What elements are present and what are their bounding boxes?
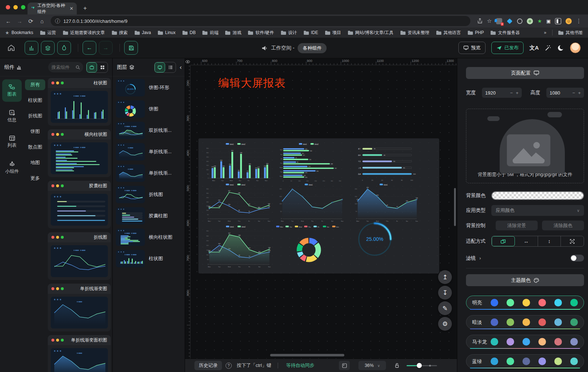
slider-knob[interactable] [417, 363, 422, 368]
component-card[interactable]: 柱状图 [48, 78, 111, 126]
search-field[interactable] [51, 65, 74, 70]
thumbnail-view-toggle[interactable] [155, 62, 165, 72]
browser-tab[interactable]: 工作空间-各种组件 ✕ [28, 3, 77, 14]
decrease-icon[interactable]: − [510, 90, 513, 96]
bookmark-folder[interactable]: 网站/博客/文章/工具 [348, 30, 394, 36]
extension-icon[interactable]: ★ [537, 18, 542, 24]
theme-row-1[interactable]: 暗淡 [466, 315, 584, 329]
layer-item[interactable]: 25.00%饼图-环形 [116, 79, 183, 97]
category-item-2[interactable]: 折线图 [25, 110, 45, 121]
layer-item[interactable]: 胶囊柱图 [116, 207, 183, 225]
layer-item[interactable]: 双折线渐... [116, 121, 183, 139]
bookmarks-manager[interactable]: ★Bookmarks [5, 30, 33, 35]
layer-item[interactable]: 横向柱状图 [116, 228, 183, 246]
layer-item[interactable]: 饼图 [116, 100, 183, 118]
bookmark-folder[interactable]: PHP [468, 30, 484, 36]
grid-view-toggle[interactable] [97, 62, 108, 72]
extension-icon[interactable] [527, 18, 533, 24]
bookmark-folder[interactable]: 资讯未整理 [400, 30, 429, 36]
canvas-area[interactable]: 6007008009001000110012001300 20030040050… [185, 58, 457, 372]
bookmark-folder[interactable]: 游戏 [225, 30, 241, 36]
bookmark-folder[interactable]: 前端 [202, 30, 218, 36]
theme-row-2[interactable]: 马卡龙 [466, 335, 584, 349]
category-item-4[interactable]: 散点图 [25, 142, 45, 152]
screen-settings-button[interactable]: ⚙ [438, 317, 452, 331]
window-close-button[interactable] [6, 5, 10, 9]
collapse-panel-icon[interactable]: ‹ [180, 64, 182, 71]
category-item-0[interactable]: 所有 [25, 79, 45, 90]
bookmark-folder[interactable]: Java [135, 30, 151, 36]
address-bar[interactable]: i 127.0.0.1:3000/#/chart/home/9 [51, 16, 470, 26]
tab-search-icon[interactable] [555, 18, 561, 24]
list-view-toggle[interactable] [165, 62, 176, 72]
category-item-1[interactable]: 柱状图 [25, 95, 45, 106]
bookmark-folder[interactable]: Linux [158, 30, 176, 36]
window-minimize-button[interactable] [13, 5, 18, 9]
profile-avatar[interactable]: ☺ [566, 18, 572, 24]
increase-icon[interactable]: + [516, 90, 518, 96]
history-button[interactable]: 历史记录 [194, 361, 222, 370]
download-screen-button[interactable]: ↧ [438, 286, 452, 300]
bookmark-folder[interactable]: DB [182, 30, 196, 36]
canvas-chart-gline[interactable]: data1050100150200MonTueWedThuFriSatSun [275, 183, 346, 223]
canvas-chart-bar[interactable]: data1data2050100150200250300350120130Mon… [202, 142, 273, 183]
background-upload-dropzone[interactable]: 背景图需小于 5M ，格式为 png/jpg/gif 的文件 [466, 109, 584, 183]
bookmark-folder[interactable]: 文件服务器 [491, 30, 520, 36]
undo-button[interactable]: ← [83, 41, 96, 55]
user-avatar[interactable] [570, 42, 581, 53]
clear-background-button[interactable]: 清除背景 [496, 221, 538, 230]
history-panel-icon[interactable] [339, 361, 350, 370]
bookmarks-overflow-icon[interactable]: » [544, 30, 546, 35]
home-icon[interactable]: ⌂ [37, 16, 47, 26]
bookmark-star-icon[interactable]: ☆ [487, 18, 492, 24]
reload-icon[interactable]: ⟳ [26, 16, 35, 26]
theme-row-0[interactable]: 明亮 [466, 296, 584, 310]
other-bookmarks[interactable]: 其他书签 [558, 30, 583, 36]
fit-width-button[interactable]: ↔ [515, 236, 538, 246]
layer-item[interactable]: 单折线渐... [116, 143, 183, 161]
home-icon[interactable] [7, 44, 15, 51]
extension-icon[interactable]: 9 [496, 18, 502, 24]
preview-button[interactable]: 预览 [458, 42, 486, 54]
bookmark-folder[interactable]: 其他语言 [436, 30, 461, 36]
bookmark-folder[interactable]: IDE [304, 30, 318, 36]
theme-row-3[interactable]: 蓝绿 [466, 354, 584, 368]
extension-icon[interactable] [517, 18, 522, 24]
app-type-select[interactable]: 应用颜色∨ [491, 205, 584, 216]
search-input[interactable] [48, 62, 83, 72]
increase-icon[interactable]: + [578, 90, 581, 96]
chevron-right-icon[interactable]: › [479, 255, 481, 261]
height-stepper[interactable]: 1080−+ [546, 88, 584, 98]
page-config-header[interactable]: 页面配置 [466, 67, 584, 79]
charts-panel-toggle[interactable] [25, 41, 38, 55]
bookmark-folder[interactable]: 近期需要读的文章 [63, 30, 105, 36]
zoom-slider[interactable] [407, 365, 437, 366]
redo-button[interactable]: → [99, 41, 113, 55]
menu-kebab-icon[interactable]: ⋮ [576, 18, 581, 24]
dashboard-board[interactable]: data1data2050100150200250300350120130Mon… [198, 138, 439, 273]
forward-icon[interactable]: → [15, 16, 24, 26]
sidebar-tab-2[interactable]: 列表 [2, 131, 22, 153]
width-stepper[interactable]: 1920−+ [482, 88, 522, 98]
screen-title-text[interactable]: 编辑大屏报表 [218, 76, 286, 91]
layer-item[interactable]: 柱状图 [116, 250, 183, 268]
horizontal-scrollbar[interactable] [270, 354, 344, 356]
extension-icon[interactable] [507, 18, 513, 24]
window-zoom-button[interactable] [21, 5, 25, 9]
edit-screen-button[interactable]: ✎ [438, 301, 452, 315]
share-icon[interactable] [477, 18, 483, 24]
zoom-select[interactable]: 36% ∨ [358, 361, 386, 370]
component-card[interactable]: 折线图 [48, 232, 111, 280]
layer-item[interactable]: 折线图 [116, 185, 183, 204]
tab-close-icon[interactable]: ✕ [70, 6, 74, 11]
bookmark-folder[interactable]: 运营 [40, 30, 56, 36]
background-color-swatch[interactable] [491, 191, 584, 200]
component-card[interactable]: 单折线渐变图 [48, 284, 111, 331]
fit-stretch-button[interactable] [561, 236, 584, 246]
category-item-6[interactable]: 更多 [25, 173, 45, 184]
canvas-chart-donut[interactable]: MonTueWedThuFriSatSun [274, 225, 343, 271]
layer-item[interactable]: 单折线渐... [116, 164, 183, 182]
decrease-icon[interactable]: − [572, 90, 575, 96]
single-view-toggle[interactable] [87, 62, 97, 72]
component-card[interactable]: 单折线渐变面积图 [48, 335, 111, 372]
